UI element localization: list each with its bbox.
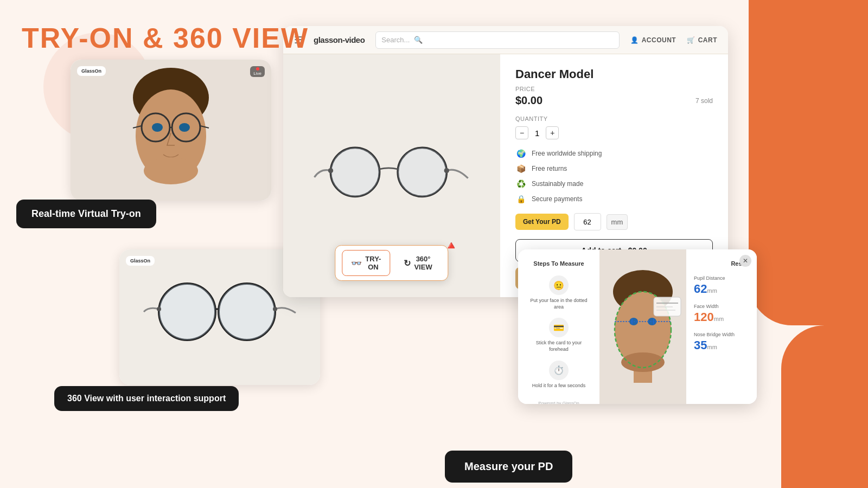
- quantity-decrease-button[interactable]: −: [515, 126, 528, 139]
- feature-list: 🌍 Free worldwide shipping 📦 Free returns…: [515, 148, 713, 204]
- svg-point-28: [648, 318, 656, 325]
- pd-face-section: [599, 249, 686, 404]
- shipping-icon: 🌍: [515, 148, 526, 159]
- quantity-increase-button[interactable]: +: [546, 126, 559, 139]
- feature-item-shipping: 🌍 Free worldwide shipping: [515, 148, 713, 159]
- pd-step-2: 💳 Stick the card to your forehead: [527, 318, 591, 352]
- steps-title: Steps To Measure: [527, 260, 591, 267]
- svg-point-11: [159, 284, 215, 340]
- product-image: [299, 121, 484, 230]
- svg-point-13: [219, 284, 275, 340]
- account-icon: 👤: [630, 36, 639, 44]
- live-badge: Live: [250, 66, 265, 77]
- glasson-logo-tryon: GlassOn: [77, 66, 106, 76]
- pupil-distance-result: Pupil Distance 62mm: [694, 275, 749, 296]
- page-title: TRY-ON & 360 VIEW: [22, 22, 309, 54]
- sustainable-icon: ♻️: [515, 178, 526, 189]
- nose-bridge-result: Nose Bridge Width 35mm: [694, 332, 749, 352]
- view-buttons-container: 👓 TRY-ON ↻ 360° VIEW: [335, 245, 448, 281]
- pd-results-section: Result Pupil Distance 62mm Face Width 12…: [686, 249, 757, 404]
- step1-text: Put your face in the dotted area: [527, 298, 591, 310]
- view360-button[interactable]: ↻ 360° VIEW: [394, 250, 441, 276]
- facebook-icon: f: [515, 297, 517, 297]
- returns-icon: 📦: [515, 163, 526, 174]
- product-name: Dancer Model: [515, 67, 713, 81]
- pd-unit: mm: [607, 214, 628, 230]
- glasses-360-svg: [138, 274, 301, 361]
- measure-pd-caption-label: Measure your PD: [445, 451, 572, 483]
- quantity-label: Quantity: [515, 115, 713, 122]
- svg-point-3: [179, 123, 190, 132]
- step2-text: Stick the card to your forehead: [527, 340, 591, 352]
- view360-caption-label: 360 View with user interaction support: [54, 386, 239, 411]
- quantity-value: 1: [535, 129, 539, 138]
- search-bar[interactable]: Search... 🔍: [375, 31, 620, 49]
- step1-icon: 😐: [549, 275, 569, 295]
- pupil-distance-label: Pupil Distance: [694, 275, 749, 281]
- cursor-arrow-decoration: 🔺: [444, 239, 458, 467]
- product-image-section: 👓 TRY-ON ↻ 360° VIEW: [283, 54, 500, 297]
- account-link[interactable]: 👤 ACCOUNT: [630, 36, 676, 44]
- payments-icon: 🔒: [515, 194, 526, 204]
- nav-right-actions: 👤 ACCOUNT 🛒 CART: [630, 36, 717, 44]
- pd-face-svg: [602, 267, 684, 387]
- step2-icon: 💳: [549, 318, 569, 337]
- pd-step-3: ⏱️ Hold it for a few seconds: [527, 361, 591, 389]
- svg-point-2: [152, 123, 163, 132]
- product-price-label: Price: [515, 86, 713, 92]
- tryon-button[interactable]: 👓 TRY-ON: [342, 250, 390, 276]
- pupil-distance-value: 62mm: [694, 282, 749, 296]
- svg-point-18: [331, 147, 380, 196]
- browser-nav: ☰ glasson-video Search... 🔍 👤 ACCOUNT 🛒 …: [283, 26, 728, 54]
- product-glasses-svg: [310, 140, 473, 211]
- svg-point-26: [621, 352, 665, 372]
- tryon-face-svg: [111, 65, 231, 195]
- product-price: $0.00: [515, 94, 542, 107]
- nose-bridge-value: 35mm: [694, 338, 749, 352]
- pd-steps-section: Steps To Measure 😐 Put your face in the …: [518, 249, 599, 404]
- nav-logo: glasson-video: [314, 35, 365, 44]
- pd-measure-panel: ✕ Steps To Measure 😐 Put your face in th…: [518, 249, 757, 404]
- cart-icon: 🛒: [687, 36, 695, 44]
- svg-point-16: [273, 307, 277, 311]
- cart-link[interactable]: 🛒 CART: [687, 36, 717, 44]
- pd-section: Get Your PD mm: [515, 213, 713, 230]
- product-sold-count: 7 sold: [695, 97, 713, 105]
- glasson-logo-360: GlassOn: [126, 256, 155, 266]
- powered-by-label: Powered by GlassOn: [527, 396, 591, 404]
- step3-icon: ⏱️: [549, 361, 569, 380]
- tryon-button-icon: 👓: [351, 258, 362, 268]
- step3-text: Hold it for a few seconds: [532, 383, 586, 389]
- pd-input[interactable]: [574, 213, 601, 230]
- face-width-label: Face Width: [694, 304, 749, 309]
- tryon-caption-label: Real-time Virtual Try-on: [16, 200, 156, 228]
- panel-close-button[interactable]: ✕: [739, 255, 751, 267]
- quantity-control: − 1 +: [515, 126, 713, 139]
- face-width-value: 120mm: [694, 310, 749, 324]
- svg-point-4: [144, 157, 198, 184]
- pd-step-1: 😐 Put your face in the dotted area: [527, 275, 591, 310]
- bg-orange-shape-right: [749, 0, 868, 325]
- search-placeholder: Search...: [381, 36, 410, 44]
- feature-item-sustainable: ♻️ Sustainably made: [515, 178, 713, 189]
- nose-bridge-label: Nose Bridge Width: [694, 332, 749, 337]
- product-price-row: $0.00 7 sold: [515, 94, 713, 107]
- feature-item-returns: 📦 Free returns: [515, 163, 713, 174]
- svg-point-20: [398, 147, 446, 196]
- svg-point-22: [444, 168, 449, 173]
- pd-panel-content: Steps To Measure 😐 Put your face in the …: [518, 249, 757, 404]
- tryon-card: GlassOn Live: [71, 60, 271, 201]
- svg-point-21: [328, 168, 333, 173]
- search-icon: 🔍: [414, 36, 423, 44]
- svg-point-15: [157, 307, 161, 311]
- bg-orange-shape-bottom: [781, 325, 868, 488]
- get-pd-button[interactable]: Get Your PD: [515, 214, 569, 230]
- feature-item-payments: 🔒 Secure payments: [515, 194, 713, 204]
- face-width-result: Face Width 120mm: [694, 304, 749, 324]
- view360-button-icon: ↻: [404, 258, 411, 268]
